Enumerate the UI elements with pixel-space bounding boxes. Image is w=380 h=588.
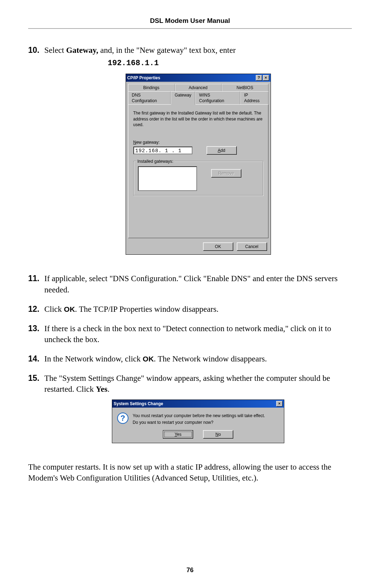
step-number: 12. <box>28 304 44 315</box>
remove-button: Remove <box>211 169 241 178</box>
step-number: 13. <box>28 323 44 345</box>
help-text: The first gateway in the Installed Gatew… <box>133 110 263 128</box>
page-header-title: DSL Modem User Manual <box>28 17 352 25</box>
step-number: 15. <box>28 373 44 453</box>
installed-gateways-label: Installed gateways: <box>137 159 175 164</box>
step-body: If there is a check in the box next to "… <box>44 323 352 345</box>
tab-bindings[interactable]: Bindings <box>128 84 175 91</box>
tcpip-properties-dialog: CP/IP Properties ? × Bindings Advanced N… <box>126 74 271 255</box>
new-gateway-label: New gateway: <box>133 140 263 145</box>
tab-advanced[interactable]: Advanced <box>175 84 222 91</box>
text-smallcaps: TCP/IP <box>93 305 117 314</box>
help-icon[interactable]: ? <box>256 75 262 81</box>
cancel-button[interactable]: Cancel <box>237 242 267 251</box>
text-bold: Gateway, <box>66 46 98 55</box>
dialog-title: System Settings Change <box>114 401 163 407</box>
dialog-title: CP/IP Properties <box>127 75 160 81</box>
step-number: 10. <box>28 45 44 265</box>
add-button[interactable]: Add <box>207 146 237 155</box>
text: In the Network window, click <box>44 354 143 363</box>
step-number: 11. <box>28 273 44 295</box>
ip-literal: 192.168.1.1 <box>108 59 159 68</box>
step-body: Click OK. The TCP/IP Properties window d… <box>44 304 352 315</box>
text: Click <box>44 305 64 314</box>
no-button[interactable]: No <box>203 430 233 439</box>
question-icon: ? <box>117 413 128 424</box>
text: . <box>108 385 110 394</box>
gateway-tab-panel: The first gateway in the Installed Gatew… <box>128 104 268 238</box>
text: . The <box>75 305 93 314</box>
step-body: Select Gateway, and, in the "New gateway… <box>44 45 352 265</box>
restart-message-1: You must restart your computer before th… <box>133 413 265 419</box>
closing-paragraph: The computer restarts. It is now set up … <box>28 462 352 483</box>
text: Select <box>44 46 66 55</box>
installed-gateways-group: Installed gateways: Remove <box>133 161 263 196</box>
step-body: The "System Settings Change" window appe… <box>44 373 352 453</box>
tab-gateway[interactable]: Gateway <box>171 91 195 105</box>
text-bold: Yes <box>96 385 107 394</box>
tab-wins-configuration[interactable]: WINS Configuration <box>195 91 240 104</box>
step-number: 14. <box>28 353 44 364</box>
tab-dns-configuration[interactable]: DNS Configuration <box>128 91 171 104</box>
installed-gateways-list[interactable] <box>138 166 197 191</box>
system-settings-change-dialog: System Settings Change × ? You must rest… <box>112 400 284 444</box>
page-number: 76 <box>0 567 380 574</box>
step-body: If applicable, select "DNS Configuration… <box>44 273 352 295</box>
tab-ip-address[interactable]: IP Address <box>240 91 268 104</box>
close-icon[interactable]: × <box>263 75 269 81</box>
text: Properties window disappears. <box>117 305 218 314</box>
dialog-titlebar: CP/IP Properties ? × <box>126 74 271 82</box>
text: . The Network window disappears. <box>154 354 267 363</box>
restart-message-2: Do you want to restart your computer now… <box>133 419 265 426</box>
text-bold: OK <box>64 305 75 313</box>
header-rule <box>28 28 352 29</box>
tab-netbios[interactable]: NetBIOS <box>222 84 268 91</box>
step-body: In the Network window, click OK. The Net… <box>44 353 352 364</box>
text: The "System Settings Change" window appe… <box>44 374 330 394</box>
text-bold: OK <box>143 355 154 363</box>
text: and, in the "New gateway" text box, ente… <box>98 46 235 55</box>
ok-button[interactable]: OK <box>203 242 233 251</box>
new-gateway-input[interactable]: 192.168. 1 . 1 <box>133 147 192 154</box>
dialog-titlebar: System Settings Change × <box>112 400 284 408</box>
close-icon[interactable]: × <box>276 401 283 407</box>
yes-button[interactable]: Yes <box>163 430 193 439</box>
